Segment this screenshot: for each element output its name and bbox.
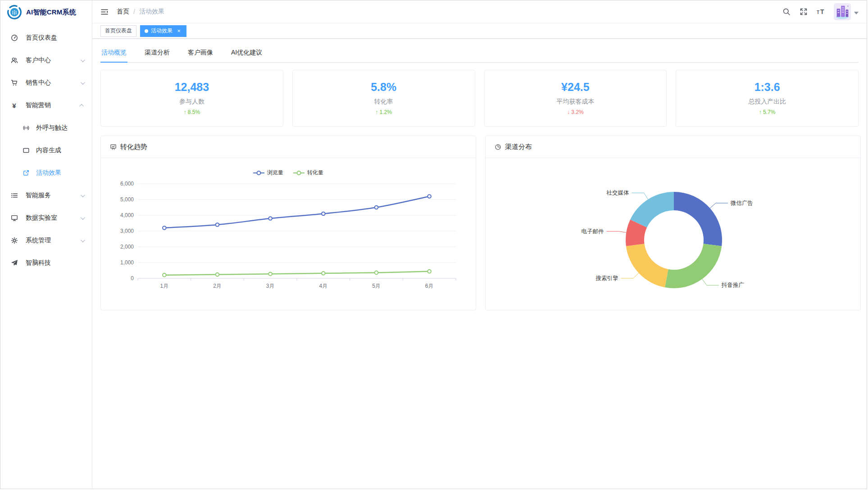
- chevron-down-icon: [81, 80, 85, 85]
- svg-text:T: T: [820, 8, 824, 15]
- stat-value: ¥24.5: [561, 81, 590, 94]
- sidebar-item-zhinao-tech[interactable]: 智脑科技: [0, 252, 92, 274]
- stat-value: 1:3.6: [754, 81, 780, 94]
- stat-value: 5.8%: [371, 81, 396, 94]
- external-link-icon: [22, 169, 30, 177]
- svg-text:5月: 5月: [372, 283, 381, 289]
- sidebar-item-content-generation[interactable]: 内容生成: [0, 139, 92, 162]
- tab-channel-analysis[interactable]: 渠道分析: [144, 44, 171, 62]
- legend-item-转化量[interactable]: 转化量: [293, 169, 323, 177]
- tab-ai-suggestions[interactable]: AI优化建议: [230, 44, 263, 62]
- channel-panel-body: 微信广告抖音推广搜索引擎电子邮件社交媒体: [486, 158, 860, 312]
- svg-text:3月: 3月: [266, 283, 275, 289]
- tag-label: 活动效果: [151, 27, 173, 35]
- svg-text:电子邮件: 电子邮件: [582, 228, 604, 235]
- stat-card: ¥24.5平均获客成本↓ 3.2%: [484, 70, 667, 127]
- user-menu[interactable]: [834, 3, 859, 20]
- app-logo[interactable]: AI智能CRM系统: [0, 0, 92, 24]
- svg-text:搜索引擎: 搜索引擎: [596, 275, 619, 281]
- svg-text:1,000: 1,000: [120, 259, 134, 266]
- donut-chart: 微信广告抖音推广搜索引擎电子邮件社交媒体: [495, 163, 851, 312]
- close-icon[interactable]: ×: [176, 28, 182, 34]
- chevron-down-icon: [81, 215, 85, 220]
- stat-card: 1:3.6总投入产出比↑ 5.7%: [676, 70, 859, 127]
- svg-text:0: 0: [131, 275, 134, 281]
- svg-text:微信广告: 微信广告: [730, 200, 753, 206]
- legend-item-浏览量[interactable]: 浏览量: [253, 169, 283, 177]
- sidebar-item-label: 数据实验室: [26, 214, 81, 222]
- tag-campaign-effect[interactable]: 活动效果×: [140, 25, 186, 37]
- trend-panel-title: 转化趋势: [120, 143, 147, 151]
- stat-cards: 12,483参与人数↑ 8.5%5.8%转化率↑ 1.2%¥24.5平均获客成本…: [100, 70, 859, 127]
- sidebar-item-label: 智脑科技: [26, 259, 84, 267]
- stat-label: 转化率: [374, 98, 393, 106]
- svg-text:4,000: 4,000: [120, 212, 134, 218]
- sidebar-item-label: 客户中心: [26, 56, 81, 64]
- collapse-sidebar-icon[interactable]: [100, 9, 109, 15]
- caret-down-icon: [854, 12, 859, 14]
- breadcrumb: 首页 / 活动效果: [117, 8, 164, 16]
- font-size-icon[interactable]: T T: [816, 7, 827, 16]
- breadcrumb-separator: /: [133, 8, 135, 15]
- sidebar-item-outbound-reach[interactable]: 外呼与触达: [0, 117, 92, 139]
- sidebar-item-label: 智能服务: [26, 191, 81, 200]
- stat-trend: ↑ 1.2%: [375, 109, 392, 115]
- stat-trend: ↑ 8.5%: [184, 109, 200, 115]
- lab-icon: [10, 214, 18, 222]
- sidebar: AI智能CRM系统 首页仪表盘客户中心销售中心¥智能营销外呼与触达内容生成活动效…: [0, 0, 92, 489]
- sidebar-item-smart-marketing[interactable]: ¥智能营销: [0, 94, 92, 117]
- sidebar-item-dashboard[interactable]: 首页仪表盘: [0, 27, 92, 49]
- tag-dashboard[interactable]: 首页仪表盘: [100, 25, 136, 37]
- svg-text:T: T: [817, 10, 819, 15]
- sidebar-item-data-lab[interactable]: 数据实验室: [0, 207, 92, 229]
- fullscreen-icon[interactable]: [799, 7, 809, 17]
- trend-legend: 浏览量转化量: [253, 169, 323, 177]
- svg-text:2月: 2月: [213, 283, 222, 289]
- active-tag-dot: [145, 29, 148, 33]
- pie-chart-icon: [495, 144, 501, 150]
- svg-text:抖音推广: 抖音推广: [721, 282, 745, 288]
- svg-text:1月: 1月: [160, 283, 168, 289]
- svg-text:5,000: 5,000: [120, 196, 134, 203]
- content: 活动概览渠道分析客户画像AI优化建议 12,483参与人数↑ 8.5%5.8%转…: [92, 39, 867, 489]
- search-icon[interactable]: [782, 7, 791, 17]
- send-icon: [10, 259, 18, 267]
- sidebar-item-label: 外呼与触达: [36, 124, 84, 132]
- stat-label: 总投入产出比: [748, 98, 786, 106]
- sidebar-item-sales-center[interactable]: 销售中心: [0, 72, 92, 94]
- legend-marker: [253, 170, 264, 176]
- tab-customer-profile[interactable]: 客户画像: [187, 44, 214, 62]
- chart-row: 转化趋势 浏览量转化量 01,0002,0003,0004,0005,0006,…: [100, 136, 859, 310]
- sidebar-item-label: 活动效果: [36, 169, 84, 177]
- stat-trend: ↓ 3.2%: [567, 109, 584, 115]
- main-column: 首页 / 活动效果 T T: [92, 0, 867, 489]
- chevron-down-icon: [81, 238, 85, 242]
- sidebar-item-customer-center[interactable]: 客户中心: [0, 49, 92, 72]
- sidebar-item-system-management[interactable]: 系统管理: [0, 229, 92, 252]
- line-chart: 01,0002,0003,0004,0005,0006,0001月2月3月4月5…: [110, 177, 467, 295]
- svg-text:社交媒体: 社交媒体: [606, 190, 630, 196]
- trend-panel-body: 浏览量转化量 01,0002,0003,0004,0005,0006,0001月…: [101, 158, 476, 310]
- breadcrumb-home[interactable]: 首页: [117, 8, 129, 16]
- users-icon: [10, 57, 18, 64]
- legend-label: 转化量: [307, 169, 323, 177]
- sidebar-item-campaign-effect[interactable]: 活动效果: [0, 162, 92, 184]
- chevron-down-icon: [81, 193, 85, 197]
- svg-text:3,000: 3,000: [120, 228, 134, 234]
- data-board-icon: [110, 144, 117, 150]
- app-window: AI智能CRM系统 首页仪表盘客户中心销售中心¥智能营销外呼与触达内容生成活动效…: [0, 0, 867, 489]
- sidebar-item-smart-service[interactable]: 智能服务: [0, 184, 92, 207]
- logo-icon: [7, 5, 22, 20]
- channel-panel-title: 渠道分布: [505, 143, 532, 151]
- trend-panel: 转化趋势 浏览量转化量 01,0002,0003,0004,0005,0006,…: [100, 136, 476, 310]
- stat-label: 平均获客成本: [556, 98, 594, 106]
- yen-icon: ¥: [10, 102, 18, 109]
- svg-text:2,000: 2,000: [120, 244, 134, 250]
- tab-overview[interactable]: 活动概览: [100, 44, 127, 62]
- chevron-down-icon: [81, 58, 85, 62]
- sidebar-item-label: 销售中心: [26, 79, 81, 87]
- sidebar-item-label: 内容生成: [36, 146, 84, 154]
- broadcast-icon: [22, 124, 30, 132]
- stat-card: 5.8%转化率↑ 1.2%: [292, 70, 475, 127]
- cart-icon: [10, 79, 18, 86]
